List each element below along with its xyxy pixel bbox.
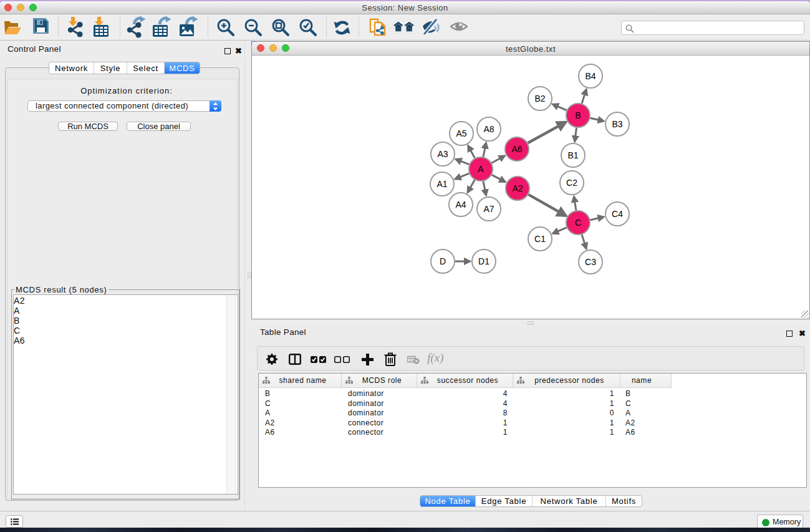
svg-text:f(x): f(x) bbox=[427, 352, 443, 365]
svg-text:B3: B3 bbox=[612, 119, 622, 129]
svg-text:A6: A6 bbox=[511, 144, 522, 154]
svg-text:B4: B4 bbox=[585, 71, 595, 81]
svg-text:A4: A4 bbox=[455, 200, 466, 210]
svg-text:C: C bbox=[575, 218, 581, 228]
svg-text:D1: D1 bbox=[478, 256, 489, 266]
svg-text:A5: A5 bbox=[456, 128, 466, 138]
svg-text:D: D bbox=[440, 256, 446, 266]
svg-text:B: B bbox=[575, 110, 581, 120]
svg-text:C1: C1 bbox=[534, 234, 546, 244]
svg-text:A7: A7 bbox=[483, 204, 494, 214]
svg-text:A3: A3 bbox=[437, 149, 448, 159]
svg-text:C3: C3 bbox=[585, 257, 596, 267]
svg-text:A: A bbox=[478, 164, 484, 174]
svg-text:A1: A1 bbox=[436, 179, 447, 189]
svg-text:A2: A2 bbox=[512, 183, 523, 193]
svg-text:A8: A8 bbox=[483, 124, 494, 134]
svg-text:C4: C4 bbox=[612, 209, 623, 219]
svg-text:C2: C2 bbox=[566, 178, 577, 188]
svg-text:B2: B2 bbox=[534, 94, 545, 104]
svg-text:B1: B1 bbox=[567, 150, 578, 160]
